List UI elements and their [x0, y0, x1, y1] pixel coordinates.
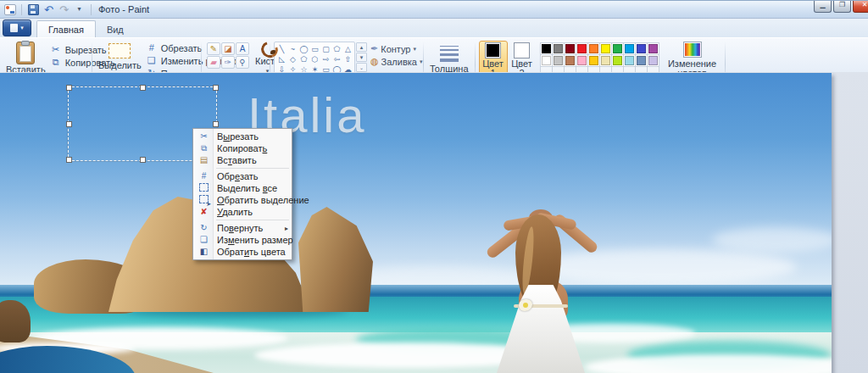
eyedropper-tool-button[interactable]: ✑ — [221, 56, 235, 69]
palette-color[interactable] — [623, 42, 636, 55]
menu-separator — [216, 168, 289, 169]
shape-pentagon[interactable]: ⬠ — [298, 54, 309, 64]
palette-color[interactable] — [599, 54, 612, 67]
select-all-icon — [199, 183, 209, 192]
selection-handle[interactable] — [66, 121, 72, 127]
palette-color[interactable] — [540, 42, 553, 55]
context-menu-label: Вставить — [217, 155, 257, 165]
context-menu-item-invert-selection[interactable]: Обратить выделение — [194, 194, 291, 206]
copy-icon: ⧉ — [194, 144, 214, 153]
chevron-down-icon: ▾ — [413, 46, 416, 53]
context-menu-item-crop[interactable]: #Обрезать — [194, 170, 291, 182]
palette-color[interactable] — [587, 54, 600, 67]
palette-color[interactable] — [611, 54, 624, 67]
scroll-down-button[interactable]: ▼ — [356, 53, 367, 62]
customize-quick-access-button[interactable]: ▾ — [73, 4, 86, 15]
context-menu-item-rotate[interactable]: ↻Повернуть▸ — [194, 222, 291, 234]
palette-color-swatch — [554, 56, 563, 65]
context-menu-label: Копировать — [217, 143, 267, 153]
minimize-button[interactable]: ▁ — [814, 1, 832, 13]
palette-color[interactable] — [623, 54, 636, 67]
undo-button[interactable]: ↶ — [42, 4, 55, 15]
close-button[interactable]: ✕ — [853, 1, 868, 13]
edit-colors-icon — [683, 42, 702, 58]
window-controls: ▁ ❐ ✕ — [814, 1, 868, 13]
context-menu-item-invert-colors[interactable]: ◧Обратить цвета — [194, 246, 291, 258]
rotate-icon: ↻ — [194, 224, 214, 232]
shape-arrow-right[interactable]: ⇨ — [320, 54, 331, 64]
save-icon — [28, 4, 39, 15]
palette-color[interactable] — [564, 54, 576, 67]
color2-swatch — [514, 42, 530, 58]
context-menu-item-copy[interactable]: ⧉Копировать — [194, 142, 291, 154]
context-menu-item-select-all[interactable]: Выделить все — [194, 182, 291, 194]
selection-handle[interactable] — [66, 85, 72, 91]
tab-home[interactable]: Главная — [36, 20, 96, 37]
palette-color[interactable] — [552, 54, 565, 67]
palette-color[interactable] — [576, 42, 588, 55]
save-button[interactable] — [27, 4, 40, 15]
canvas[interactable]: Italia — [0, 73, 832, 373]
palette-color[interactable] — [587, 42, 600, 55]
crop-icon: # — [146, 43, 158, 53]
context-menu-label: Вырезать — [217, 131, 259, 142]
invert-selection-icon — [194, 195, 214, 205]
context-menu-item-paste[interactable]: ▤Вставить — [194, 154, 291, 166]
shape-rectangle[interactable]: ▭ — [309, 44, 320, 54]
palette-color[interactable] — [635, 54, 648, 67]
palette-color[interactable] — [635, 42, 648, 55]
palette-color[interactable] — [647, 42, 659, 55]
palette-color-swatch — [613, 44, 622, 53]
scissors-icon: ✂ — [194, 132, 214, 141]
submenu-arrow-icon: ▸ — [285, 225, 288, 232]
shape-polygon[interactable]: ⬠ — [331, 44, 342, 54]
eraser-tool-button[interactable]: ▰ — [207, 56, 220, 69]
shapes-more-button[interactable]: ⌄ — [356, 63, 367, 72]
magnifier-tool-button[interactable]: ⚲ — [236, 56, 249, 69]
fill-tool-button[interactable]: ◪ — [221, 42, 235, 55]
shape-diamond[interactable]: ◇ — [287, 54, 298, 64]
palette-color[interactable] — [576, 54, 588, 67]
selection-handle[interactable] — [213, 85, 219, 91]
selection-handle[interactable] — [140, 157, 146, 163]
outline-button[interactable]: ✒ Контур ▾ — [370, 43, 422, 54]
fill-button[interactable]: ◍ Заливка ▾ — [370, 56, 422, 67]
selection-handle[interactable] — [140, 85, 146, 91]
context-menu-label: Обрезать — [217, 171, 259, 181]
restore-button[interactable]: ❐ — [833, 1, 851, 13]
photo-woman-dress — [497, 285, 585, 373]
shape-arrow-left[interactable]: ⇦ — [331, 54, 342, 64]
palette-color[interactable] — [564, 42, 576, 55]
selection-handle[interactable] — [213, 121, 219, 127]
shape-curve[interactable]: ~ — [287, 44, 298, 54]
shape-right-triangle[interactable]: ◺ — [276, 54, 287, 64]
shape-hexagon[interactable]: ⬡ — [309, 54, 320, 64]
scissors-icon: ✂ — [50, 45, 62, 54]
shape-ellipse[interactable]: ◯ — [298, 44, 309, 54]
context-menu-item-resize[interactable]: ❏Изменить размер — [194, 234, 291, 246]
context-menu-item-cut[interactable]: ✂Вырезать — [194, 131, 291, 142]
paint-app-icon[interactable] — [3, 4, 16, 15]
pencil-tool-button[interactable]: ✎ — [207, 42, 220, 55]
scroll-up-button[interactable]: ▲ — [356, 42, 367, 52]
shape-arrow-up[interactable]: ⇧ — [342, 54, 353, 64]
palette-color[interactable] — [540, 54, 553, 67]
redo-button[interactable]: ↷ — [58, 4, 70, 15]
context-menu-item-delete[interactable]: ✘Удалить — [194, 206, 291, 218]
context-menu-label: Обратить цвета — [217, 247, 286, 257]
palette-color[interactable] — [599, 42, 612, 55]
copy-icon: ⧉ — [50, 58, 62, 67]
paint-menu-button[interactable]: ▾ — [3, 19, 31, 36]
context-menu-label: Повернуть — [217, 223, 263, 233]
shape-triangle[interactable]: △ — [342, 44, 353, 54]
text-tool-button[interactable]: A — [236, 42, 249, 55]
tab-view[interactable]: Вид — [96, 21, 135, 37]
palette-color-swatch — [542, 56, 551, 65]
palette-color[interactable] — [611, 42, 624, 55]
palette-color[interactable] — [647, 54, 659, 67]
divider — [91, 4, 92, 15]
selection-handle[interactable] — [66, 157, 72, 163]
palette-color-swatch — [625, 44, 634, 53]
shape-rounded-rectangle[interactable]: ▢ — [320, 44, 331, 54]
palette-color[interactable] — [552, 42, 565, 55]
